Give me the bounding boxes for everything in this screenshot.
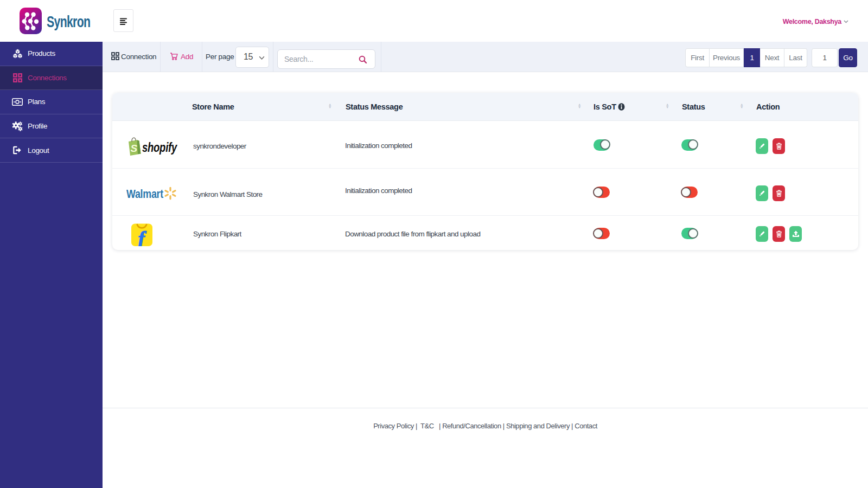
svg-text:shopify: shopify <box>142 140 177 155</box>
svg-text:Walmart: Walmart <box>126 187 164 201</box>
svg-text:S: S <box>131 143 138 154</box>
